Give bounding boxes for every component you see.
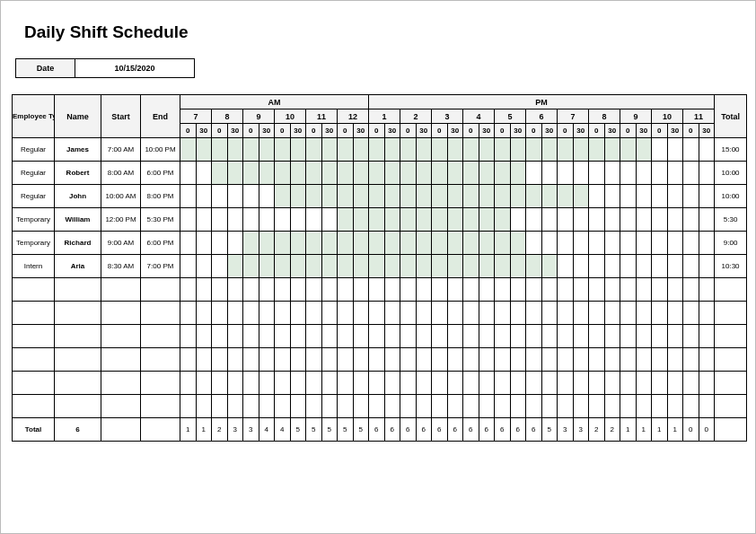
slot-cell (699, 348, 715, 372)
slot-cell (275, 325, 291, 348)
slot-cell (652, 185, 668, 208)
cell-total (715, 395, 747, 418)
cell-end: 8:00 PM (141, 185, 180, 208)
slot-cell (353, 185, 369, 208)
slot-cell (463, 278, 479, 302)
slot-cell (306, 302, 322, 325)
slot-cell (321, 185, 338, 208)
slot-cell (290, 232, 306, 255)
slot-cell (526, 255, 542, 278)
slot-cell (699, 138, 715, 162)
slot-cell (369, 325, 385, 348)
slot-cell (196, 302, 212, 325)
slot-cell (338, 372, 354, 395)
slot-cell (180, 395, 197, 418)
slot-cell (573, 232, 589, 255)
slot-cell (463, 372, 479, 395)
slot-cell (416, 255, 432, 278)
slot-cell (495, 255, 511, 278)
cell-type: Regular (13, 185, 55, 208)
cell-name (55, 348, 101, 372)
cell-total (715, 325, 747, 348)
slot-cell (463, 185, 479, 208)
header-subtick: 30 (699, 124, 715, 138)
slot-cell (259, 162, 275, 185)
slot-cell (227, 185, 243, 208)
slot-cell (620, 325, 637, 348)
footer-slot: 0 (683, 418, 699, 442)
cell-start: 8:00 AM (101, 162, 141, 185)
cell-start (101, 372, 141, 395)
cell-total: 9:00 (715, 232, 747, 255)
cell-name (55, 325, 101, 348)
slot-cell (290, 302, 306, 325)
slot-cell (290, 138, 306, 162)
slot-cell (243, 185, 259, 208)
slot-cell (447, 348, 463, 372)
slot-cell (447, 302, 463, 325)
cell-end (141, 302, 180, 325)
slot-cell (479, 372, 495, 395)
table-row (13, 278, 747, 302)
header-subtick: 0 (683, 124, 699, 138)
table-row: RegularRobert8:00 AM6:00 PM10:00 (13, 162, 747, 185)
table-row: TemporaryRichard9:00 AM6:00 PM9:00 (13, 232, 747, 255)
slot-cell (667, 372, 683, 395)
slot-cell (196, 395, 212, 418)
slot-cell (495, 185, 511, 208)
slot-cell (479, 138, 495, 162)
slot-cell (479, 185, 495, 208)
header-subtick: 0 (275, 124, 291, 138)
footer-slot: 2 (604, 418, 620, 442)
slot-cell (667, 185, 683, 208)
slot-cell (196, 185, 212, 208)
date-label: Date (16, 59, 75, 77)
slot-cell (526, 278, 542, 302)
slot-cell (479, 325, 495, 348)
slot-cell (699, 162, 715, 185)
slot-cell (259, 208, 275, 232)
slot-cell (589, 372, 605, 395)
slot-cell (463, 138, 479, 162)
header-hour: 2 (400, 109, 432, 124)
header-subtick: 0 (558, 124, 574, 138)
slot-cell (683, 138, 699, 162)
cell-type (13, 278, 55, 302)
slot-cell (212, 302, 228, 325)
slot-cell (369, 232, 385, 255)
slot-cell (275, 162, 291, 185)
slot-cell (479, 302, 495, 325)
slot-cell (227, 208, 243, 232)
slot-cell (353, 138, 369, 162)
slot-cell (652, 255, 668, 278)
slot-cell (667, 162, 683, 185)
slot-cell (321, 395, 338, 418)
slot-cell (683, 395, 699, 418)
slot-cell (573, 348, 589, 372)
header-hour: 9 (620, 109, 652, 124)
slot-cell (683, 278, 699, 302)
slot-cell (620, 302, 637, 325)
slot-cell (699, 395, 715, 418)
slot-cell (526, 325, 542, 348)
slot-cell (636, 278, 652, 302)
slot-cell (558, 208, 574, 232)
slot-cell (227, 395, 243, 418)
slot-cell (652, 278, 668, 302)
cell-start (101, 278, 141, 302)
cell-start: 8:30 AM (101, 255, 141, 278)
slot-cell (275, 232, 291, 255)
slot-cell (196, 325, 212, 348)
slot-cell (321, 138, 338, 162)
cell-type (13, 372, 55, 395)
cell-total: 15:00 (715, 138, 747, 162)
slot-cell (400, 372, 417, 395)
slot-cell (526, 348, 542, 372)
footer-end (141, 418, 180, 442)
footer-label: Total (13, 418, 55, 442)
slot-cell (699, 372, 715, 395)
slot-cell (196, 208, 212, 232)
slot-cell (589, 162, 605, 185)
slot-cell (541, 185, 558, 208)
slot-cell (243, 138, 259, 162)
